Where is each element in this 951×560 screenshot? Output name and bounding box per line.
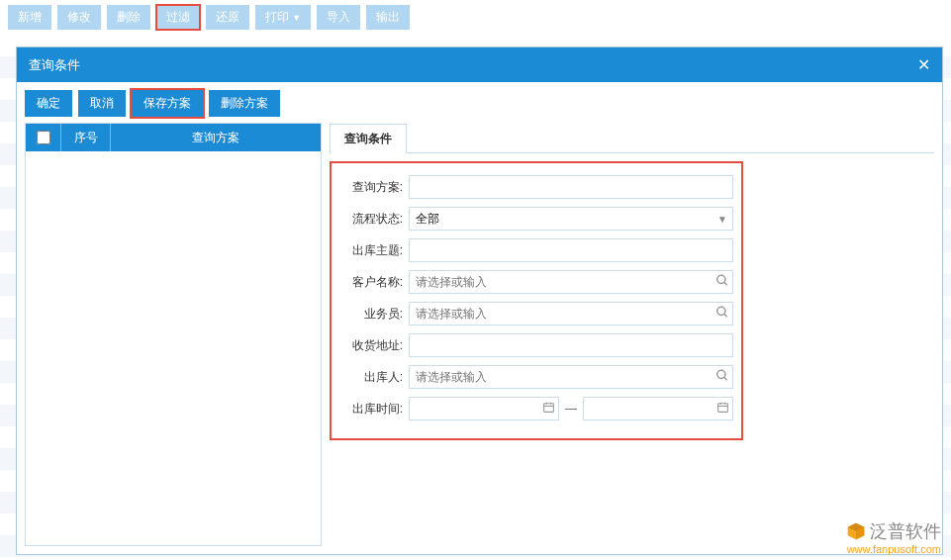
plan-list-body: [26, 151, 321, 545]
search-icon[interactable]: [715, 306, 729, 323]
svg-rect-10: [718, 404, 728, 413]
edit-button[interactable]: 修改: [57, 5, 101, 30]
input-date-to[interactable]: [583, 397, 733, 420]
watermark: 泛普软件 www.fanpusoft.com: [846, 519, 941, 555]
svg-point-2: [717, 307, 725, 315]
form-container: 查询方案: 流程状态: ▼ 出库主题:: [330, 161, 743, 440]
col-plan: 查询方案: [111, 124, 321, 151]
label-plan: 查询方案:: [339, 179, 409, 196]
delete-plan-button[interactable]: 删除方案: [209, 90, 280, 117]
plan-list-panel: 序号 查询方案: [25, 123, 322, 546]
svg-line-3: [724, 314, 727, 317]
ok-button[interactable]: 确定: [25, 90, 72, 117]
close-icon[interactable]: ✕: [917, 55, 930, 74]
svg-line-5: [724, 377, 727, 380]
modal-toolbar: 确定 取消 保存方案 删除方案: [17, 82, 942, 123]
label-status: 流程状态:: [339, 211, 409, 228]
export-button[interactable]: 输出: [366, 5, 410, 30]
calendar-icon[interactable]: [716, 401, 729, 417]
svg-line-1: [724, 282, 727, 285]
watermark-brand: 泛普软件: [870, 519, 941, 543]
modal-header: 查询条件 ✕: [17, 47, 942, 82]
query-modal: 查询条件 ✕ 确定 取消 保存方案 删除方案 序号 查询方案 查询条件: [16, 47, 943, 555]
cancel-button[interactable]: 取消: [78, 90, 126, 117]
search-icon[interactable]: [715, 274, 729, 291]
search-icon[interactable]: [715, 369, 729, 386]
label-topic: 出库主题:: [339, 242, 409, 259]
save-plan-button[interactable]: 保存方案: [132, 90, 203, 117]
label-customer: 客户名称:: [339, 274, 409, 291]
label-time: 出库时间:: [339, 401, 409, 418]
restore-button[interactable]: 还原: [206, 5, 249, 30]
watermark-url: www.fanpusoft.com: [846, 543, 941, 555]
select-status[interactable]: [409, 207, 733, 231]
input-topic[interactable]: [409, 238, 733, 262]
input-outperson[interactable]: [409, 365, 733, 389]
filter-button[interactable]: 过滤: [156, 5, 200, 30]
date-separator: —: [563, 402, 579, 416]
tab-query[interactable]: 查询条件: [330, 124, 407, 153]
input-date-from[interactable]: [409, 397, 559, 420]
input-plan[interactable]: [409, 175, 733, 199]
input-address[interactable]: [409, 333, 733, 357]
select-all-checkbox[interactable]: [37, 131, 50, 144]
new-button[interactable]: 新增: [8, 5, 51, 30]
caret-down-icon: ▼: [292, 13, 301, 23]
col-seq: 序号: [61, 124, 111, 151]
label-address: 收货地址:: [339, 337, 409, 354]
input-customer[interactable]: [409, 270, 733, 294]
cube-icon: [846, 521, 866, 541]
modal-title: 查询条件: [29, 56, 80, 74]
input-sales[interactable]: [409, 302, 733, 326]
form-panel: 查询条件 查询方案: 流程状态: ▼ 出库主题: [330, 123, 934, 546]
label-outperson: 出库人:: [339, 369, 409, 386]
calendar-icon[interactable]: [542, 401, 555, 417]
import-button[interactable]: 导入: [317, 5, 360, 30]
svg-rect-6: [544, 404, 554, 413]
label-sales: 业务员:: [339, 306, 409, 323]
print-button[interactable]: 打印 ▼: [255, 5, 311, 30]
top-toolbar: 新增 修改 删除 过滤 还原 打印 ▼ 导入 输出: [0, 0, 951, 35]
svg-point-4: [717, 370, 725, 378]
delete-button[interactable]: 删除: [107, 5, 150, 30]
svg-point-0: [717, 275, 725, 283]
